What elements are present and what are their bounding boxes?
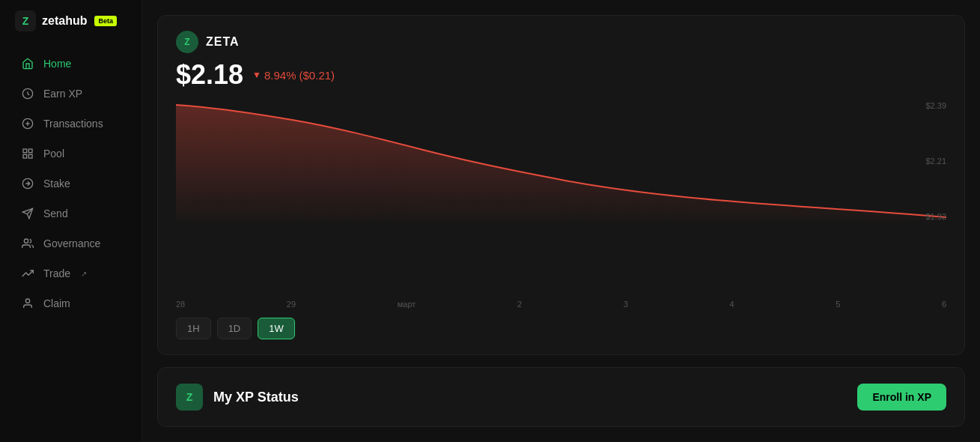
chart-x-5: 5 <box>836 300 840 309</box>
time-btn-1h[interactable]: 1H <box>176 318 211 339</box>
xp-status-card: Z My XP Status Enroll in XP <box>157 367 965 427</box>
price-change: ▼ 8.94% ($0.21) <box>252 69 335 82</box>
svg-point-12 <box>25 299 29 303</box>
governance-icon <box>21 237 34 250</box>
price-value: $2.18 <box>176 59 243 91</box>
sidebar-item-transactions[interactable]: Transactions <box>6 109 136 138</box>
beta-badge: Beta <box>94 16 117 26</box>
sidebar-item-trade[interactable]: Trade ↗ <box>6 259 136 288</box>
enroll-button[interactable]: Enroll in XP <box>857 384 946 411</box>
sidebar-item-trade-label: Trade <box>43 267 70 279</box>
price-chart <box>176 101 946 221</box>
pool-icon <box>21 147 34 160</box>
time-btn-1d[interactable]: 1D <box>217 318 252 339</box>
chart-container: $2.39 $2.21 $1.92 <box>176 101 946 294</box>
price-row: $2.18 ▼ 8.94% ($0.21) <box>176 59 946 91</box>
claim-icon <box>21 297 34 310</box>
earn-icon <box>21 87 34 100</box>
sidebar-item-home-label: Home <box>43 58 71 70</box>
svg-rect-7 <box>28 154 32 158</box>
sidebar-item-send-label: Send <box>43 208 68 220</box>
chart-y-label-mid: $2.21 <box>925 157 946 166</box>
chart-x-6: 6 <box>942 300 946 309</box>
token-icon: Z <box>176 31 198 53</box>
chart-x-4: 4 <box>729 300 734 309</box>
chart-y-label-low: $1.92 <box>925 212 946 221</box>
price-down-arrow: ▼ <box>252 70 261 80</box>
xp-icon: Z <box>176 384 203 411</box>
sidebar-item-claim[interactable]: Claim <box>6 289 136 318</box>
nav-menu: Home Earn XP Transactions <box>0 42 141 325</box>
sidebar-item-governance-label: Governance <box>43 237 100 249</box>
svg-rect-4 <box>23 149 27 153</box>
main-content: Z ZETA $2.18 ▼ 8.94% ($0.21) <box>142 0 980 442</box>
chart-y-labels: $2.39 $2.21 $1.92 <box>925 101 946 221</box>
svg-rect-6 <box>23 154 27 158</box>
sidebar-item-claim-label: Claim <box>43 297 70 309</box>
logo-area: Z zetahub Beta <box>0 0 141 42</box>
external-link-icon: ↗ <box>81 270 87 278</box>
app-name: zetahub <box>42 14 87 28</box>
trade-icon <box>21 267 34 280</box>
sidebar-item-stake-label: Stake <box>43 178 70 190</box>
svg-point-11 <box>24 239 28 243</box>
chart-x-29: 29 <box>287 300 296 309</box>
send-icon <box>21 207 34 220</box>
sidebar-item-home[interactable]: Home <box>6 49 136 78</box>
time-btn-1w[interactable]: 1W <box>258 318 295 339</box>
token-name: ZETA <box>206 35 240 49</box>
svg-rect-5 <box>28 149 32 153</box>
sidebar-item-governance[interactable]: Governance <box>6 229 136 258</box>
stake-icon <box>21 177 34 190</box>
logo-icon: Z <box>15 10 36 31</box>
token-header: Z ZETA <box>176 31 946 53</box>
home-icon <box>21 57 34 70</box>
sidebar-item-send[interactable]: Send <box>6 199 136 228</box>
sidebar-item-earn-xp-label: Earn XP <box>43 88 82 100</box>
xp-card-left: Z My XP Status <box>176 384 299 411</box>
transactions-icon <box>21 117 34 130</box>
chart-x-2: 2 <box>517 300 522 309</box>
price-change-percent: 8.94% <box>264 69 296 82</box>
time-buttons: 1H 1D 1W <box>176 318 946 339</box>
xp-status-title: My XP Status <box>213 390 299 405</box>
sidebar-item-pool-label: Pool <box>43 148 64 160</box>
chart-x-labels: 28 29 март 2 3 4 5 6 <box>176 297 946 309</box>
sidebar-item-stake[interactable]: Stake <box>6 169 136 198</box>
chart-y-label-high: $2.39 <box>925 101 946 110</box>
sidebar: Z zetahub Beta Home Earn XP <box>0 0 142 442</box>
sidebar-item-earn-xp[interactable]: Earn XP <box>6 79 136 108</box>
price-change-amount: ($0.21) <box>299 69 335 82</box>
sidebar-item-transactions-label: Transactions <box>43 118 103 130</box>
sidebar-item-pool[interactable]: Pool <box>6 139 136 168</box>
price-card: Z ZETA $2.18 ▼ 8.94% ($0.21) <box>157 15 965 355</box>
chart-x-mart: март <box>398 300 416 309</box>
chart-x-28: 28 <box>176 300 185 309</box>
chart-x-3: 3 <box>624 300 628 309</box>
